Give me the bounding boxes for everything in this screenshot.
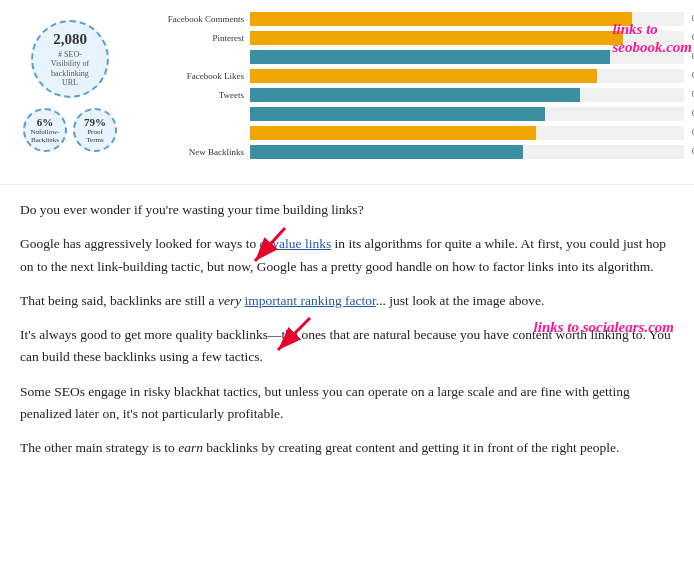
bar-row: Facebook Comments 0.27 (140, 12, 684, 26)
bar-fill (250, 107, 545, 121)
bar-label: Tweets (140, 90, 250, 101)
bar-row: 0.21 (140, 107, 684, 121)
ranking-factor-link[interactable]: important ranking factor (245, 293, 376, 308)
bar-track: 0.24 (250, 88, 684, 102)
paragraph-2-container: Google has aggressively looked for ways … (20, 233, 674, 278)
bar-row: 0.26 (140, 50, 684, 64)
bar-row: Facebook Likes 0.25 (140, 69, 684, 83)
bar-track: 0.21 (250, 126, 684, 140)
bar-fill (250, 145, 523, 159)
main-circle: 2,080 # SEO-Visibility ofbacklinkingURL (31, 20, 109, 98)
paragraph-2: Google has aggressively looked for ways … (20, 233, 674, 278)
bar-fill (250, 50, 610, 64)
circle-nofollow: 6% Nofollow-Backlinks (23, 108, 67, 152)
bar-fill (250, 12, 632, 26)
bar-row: New Backlinks 0.20 (140, 145, 684, 159)
content-section: Do you ever wonder if you're wasting you… (0, 185, 694, 485)
bar-track: 0.25 (250, 69, 684, 83)
paragraph-3: That being said, backlinks are still a v… (20, 290, 674, 312)
circle-proof: 79% ProofTerms (73, 108, 117, 152)
chart-circles: 2,080 # SEO-Visibility ofbacklinkingURL … (10, 10, 130, 152)
bar-track: 0.20 (250, 145, 684, 159)
circle-number: 2,080 (53, 30, 87, 50)
bar-label: Facebook Likes (140, 71, 250, 82)
bar-row: 0.21 (140, 126, 684, 140)
bar-fill (250, 88, 580, 102)
bar-fill (250, 126, 536, 140)
bar-label: New Backlinks (140, 147, 250, 158)
bar-fill (250, 31, 623, 45)
bar-label: Pinterest (140, 33, 250, 44)
bar-row: Pinterest 0.27 (140, 31, 684, 45)
chart-bars: Facebook Comments 0.27 Pinterest 0.27 (130, 10, 684, 164)
paragraph-6: The other main strategy is to earn backl… (20, 437, 674, 459)
bar-row: Tweets 0.24 (140, 88, 684, 102)
chart-section: 2,080 # SEO-Visibility ofbacklinkingURL … (0, 0, 694, 185)
paragraph-1: Do you ever wonder if you're wasting you… (20, 199, 674, 221)
bar-track: 0.21 (250, 107, 684, 121)
paragraph-5: Some SEOs engage in risky blackhat tacti… (20, 381, 674, 426)
devalue-links-link[interactable]: devalue links (260, 236, 332, 251)
circle-label: # SEO-Visibility ofbacklinkingURL (51, 50, 89, 88)
socialears-annotation: links to socialears.com (534, 318, 674, 338)
small-circles-row: 6% Nofollow-Backlinks 79% ProofTerms (23, 108, 117, 152)
paragraph-3-container: That being said, backlinks are still a v… (20, 290, 674, 312)
seobook-annotation: links toseobook.com (612, 20, 692, 56)
bar-fill (250, 69, 597, 83)
bar-label: Facebook Comments (140, 14, 250, 25)
